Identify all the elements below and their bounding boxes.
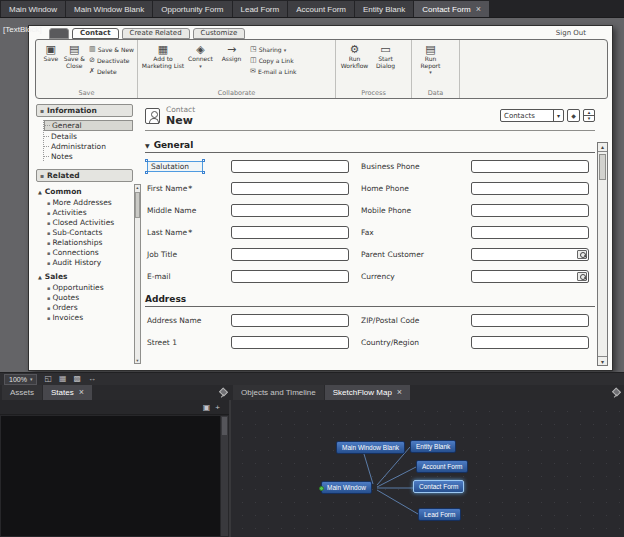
- nav-item-sub-contacts[interactable]: ▪Sub-Contacts: [47, 228, 133, 237]
- map-node-account-form[interactable]: Account Form: [416, 460, 468, 473]
- run-workflow-button[interactable]: ⚙ Run Workflow: [339, 42, 370, 88]
- lookup-icon[interactable]: [577, 250, 587, 259]
- lookup-icon[interactable]: [577, 272, 587, 281]
- copy-a-link-button[interactable]: ◫ Copy a Link: [250, 57, 296, 64]
- job-title-field[interactable]: [231, 248, 349, 261]
- email-field[interactable]: [231, 270, 349, 283]
- start-dialog-button[interactable]: ▭ Start Dialog: [370, 42, 401, 88]
- currency-field[interactable]: [471, 270, 589, 283]
- map-node-lead-form[interactable]: Lead Form: [418, 508, 461, 521]
- ribbon-tab-file[interactable]: [49, 28, 69, 39]
- street1-field[interactable]: [231, 336, 349, 349]
- nav-group-common[interactable]: ▲ Common: [38, 187, 133, 196]
- nav-item-relationships[interactable]: ▪Relationships: [47, 238, 133, 247]
- zoom-select[interactable]: 100% ▾: [4, 374, 37, 385]
- delete-button[interactable]: ✗ Delete: [89, 68, 134, 75]
- selection-handle[interactable]: [145, 171, 148, 174]
- nav-item-invoices[interactable]: ▪Invoices: [47, 313, 133, 322]
- nav-item-notes[interactable]: Notes: [44, 152, 133, 161]
- selection-handle[interactable]: [202, 171, 205, 174]
- nav-item-orders[interactable]: ▪Orders: [47, 303, 133, 312]
- tab-states[interactable]: States ×: [43, 385, 92, 400]
- sharing-button[interactable]: ◳ Sharing ▾: [250, 46, 296, 53]
- mobile-phone-field[interactable]: [471, 204, 589, 217]
- tab-sketchflow-map[interactable]: SketchFlow Map ×: [325, 385, 410, 400]
- tab-assets[interactable]: Assets: [2, 385, 42, 400]
- last-name-field[interactable]: [231, 226, 349, 239]
- snap-to-grid-icon[interactable]: ▩: [74, 374, 82, 384]
- doc-tab-contact-form[interactable]: Contact Form ×: [414, 1, 489, 17]
- middle-name-field[interactable]: [231, 204, 349, 217]
- deactivate-button[interactable]: ⊘ Deactivate: [89, 57, 134, 64]
- record-set-combobox[interactable]: Contacts ▾: [500, 109, 564, 122]
- doc-tab-main-window[interactable]: Main Window: [1, 1, 65, 17]
- map-node-main-window[interactable]: Main Window: [321, 481, 372, 494]
- ribbon-tab-contact[interactable]: Contact: [72, 28, 119, 39]
- selection-tool-icon[interactable]: ◱: [44, 374, 52, 384]
- nav-item-details[interactable]: Details: [44, 132, 133, 141]
- nav-item-activities[interactable]: ▪Activities: [47, 208, 133, 217]
- sign-out-link[interactable]: Sign Out: [556, 29, 586, 37]
- selected-element-breadcrumb[interactable]: [TextBlock]: [3, 25, 42, 34]
- nav-item-more-addresses[interactable]: ▪More Addresses: [47, 198, 133, 207]
- fax-field[interactable]: [471, 226, 589, 239]
- form-scrollbar[interactable]: ▴ ▾: [597, 142, 608, 366]
- nav-item-opportunities[interactable]: ▪Opportunities: [47, 283, 133, 292]
- connect-button[interactable]: ◈ Connect ▾: [185, 42, 216, 88]
- close-icon[interactable]: ×: [397, 385, 402, 400]
- save-and-close-button[interactable]: ▤ Save & Close: [63, 42, 87, 88]
- map-node-main-window-blank[interactable]: Main Window Blank: [336, 441, 405, 454]
- section-header-general[interactable]: ▼ General: [145, 140, 595, 153]
- scroll-up-icon[interactable]: ▴: [135, 185, 140, 190]
- business-phone-field[interactable]: [471, 160, 589, 173]
- map-node-contact-form[interactable]: Contact Form: [413, 480, 464, 493]
- record-navigation[interactable]: ▴ ▾: [583, 109, 595, 122]
- ribbon-tab-customize[interactable]: Customize: [193, 28, 246, 39]
- assign-button[interactable]: → Assign: [216, 42, 247, 88]
- scroll-down-icon[interactable]: ▾: [135, 358, 140, 363]
- nav-scrollbar[interactable]: ▴ ▾: [134, 184, 141, 364]
- doc-tab-lead-form[interactable]: Lead Form: [233, 1, 288, 17]
- snaplines-icon[interactable]: ↔: [88, 374, 96, 384]
- scroll-down-icon[interactable]: ▾: [598, 356, 607, 365]
- next-record-icon[interactable]: ▾: [584, 116, 594, 121]
- section-header-address[interactable]: Address: [145, 294, 595, 307]
- nav-item-general[interactable]: General: [44, 120, 133, 131]
- nav-item-quotes[interactable]: ▪Quotes: [47, 293, 133, 302]
- scroll-up-icon[interactable]: ▴: [598, 143, 607, 152]
- selection-handle[interactable]: [145, 159, 148, 162]
- save-button[interactable]: ▣ Save: [39, 42, 63, 88]
- scrollbar-thumb[interactable]: [135, 192, 140, 218]
- first-name-field[interactable]: [231, 182, 349, 195]
- view-record-button[interactable]: ◆: [567, 109, 580, 122]
- doc-tab-main-window-blank[interactable]: Main Window Blank: [66, 1, 152, 17]
- camera-icon[interactable]: ▣: [203, 403, 211, 412]
- parent-customer-field[interactable]: [471, 248, 589, 261]
- map-node-entity-blank[interactable]: Entity Blank: [410, 440, 456, 453]
- country-region-field[interactable]: [471, 336, 589, 349]
- add-state-group-icon[interactable]: +: [215, 403, 220, 412]
- nav-item-closed-activities[interactable]: ▪Closed Activities: [47, 218, 133, 227]
- chevron-down-icon[interactable]: ▾: [553, 110, 563, 121]
- email-a-link-button[interactable]: ✉ E-mail a Link: [250, 68, 296, 75]
- add-to-marketing-list-button[interactable]: ▦ Add to Marketing List: [141, 42, 185, 88]
- selection-handle[interactable]: [202, 159, 205, 162]
- run-report-button[interactable]: ▤ Run Report ▾: [415, 42, 446, 88]
- nav-item-connections[interactable]: ▪Connections: [47, 248, 133, 257]
- nav-item-audit-history[interactable]: ▪Audit History: [47, 258, 133, 267]
- show-grid-icon[interactable]: ▦: [59, 374, 67, 384]
- tab-objects-and-timeline[interactable]: Objects and Timeline: [233, 385, 324, 400]
- doc-tab-entity-blank[interactable]: Entity Blank: [355, 1, 413, 17]
- ribbon-tab-create-related[interactable]: Create Related: [122, 28, 190, 39]
- doc-tab-account-form[interactable]: Account Form: [288, 1, 354, 17]
- doc-tab-opportunity-form[interactable]: Opportunity Form: [153, 1, 231, 17]
- pin-icon[interactable]: [612, 388, 621, 398]
- pin-icon[interactable]: [219, 388, 228, 398]
- nav-item-administration[interactable]: Administration: [44, 142, 133, 151]
- salutation-field[interactable]: [231, 160, 349, 173]
- states-scrollbar[interactable]: [221, 416, 228, 536]
- close-icon[interactable]: ×: [476, 5, 481, 13]
- close-icon[interactable]: ×: [79, 385, 84, 400]
- selected-textblock[interactable]: Salutation: [147, 161, 203, 172]
- save-and-new-button[interactable]: ▥ Save & New: [89, 46, 134, 53]
